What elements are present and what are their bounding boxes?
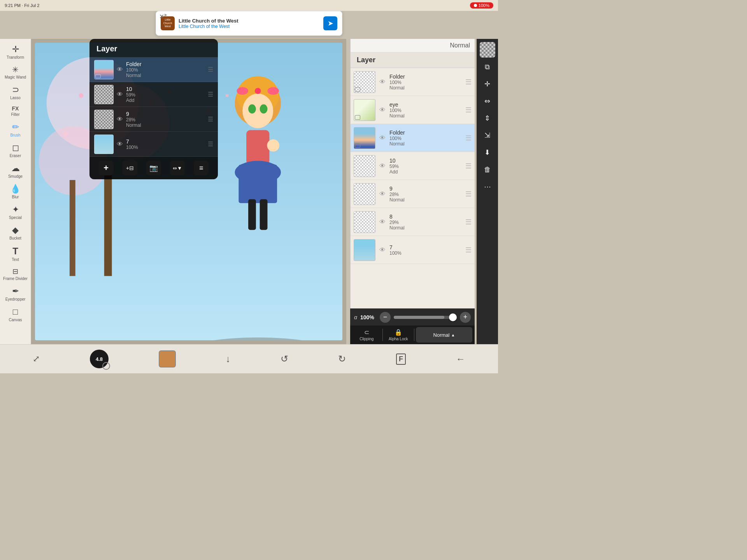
layer-info-9: 9 28% Normal: [389, 186, 463, 203]
undo-button[interactable]: ↺: [281, 354, 288, 364]
tool-canvas[interactable]: □ Canvas: [2, 304, 30, 324]
alpha-thumb[interactable]: [449, 313, 457, 321]
layer-row-10[interactable]: 👁 10 59% Add ☰: [351, 152, 475, 180]
layer-list[interactable]: 👁 Folder 100% Normal ☰ 👁 eye 100% Normal…: [351, 68, 475, 344]
transform-icon: ✛: [12, 44, 19, 54]
layer-row-7[interactable]: 👁 7 100% ☰: [351, 236, 475, 264]
redo-button[interactable]: ↻: [338, 354, 346, 364]
bottom-toolbar: ⤢ 4.8 ↓ ↺ ↻ F ←: [0, 344, 498, 373]
tool-frame-divider[interactable]: ⊟ Frame Divider: [2, 265, 30, 283]
layer-row-folder1[interactable]: 👁 Folder 100% Normal ☰: [351, 68, 475, 96]
layer-row-folder2[interactable]: 👁 Folder 100% Normal ☰: [351, 124, 475, 152]
brush-size-control[interactable]: 4.8: [90, 350, 109, 368]
more-button[interactable]: ⋯: [480, 179, 495, 194]
layer-row-eye[interactable]: 👁 eye 100% Normal ☰: [351, 96, 475, 124]
download-icon: ⬇: [484, 148, 490, 157]
popup-folder-icon-2: [95, 74, 101, 78]
status-time: 9:21 PM · Fri Jul 2: [5, 3, 39, 8]
layer-eye-folder1[interactable]: 👁: [378, 79, 387, 86]
popup-name-10: 10: [126, 86, 205, 92]
checkerboard-button[interactable]: [480, 42, 495, 58]
tool-transform[interactable]: ✛ Transform: [2, 42, 30, 62]
popup-add-button[interactable]: +: [99, 161, 114, 175]
popup-eye-9[interactable]: 👁: [117, 116, 123, 123]
tool-text[interactable]: T Text: [2, 243, 30, 264]
layer-eye-folder2[interactable]: 👁: [378, 135, 387, 142]
popup-row-9[interactable]: 👁 9 28% Normal ☰: [89, 107, 218, 132]
popup-camera-icon: 📷: [146, 161, 161, 175]
layer-row-8[interactable]: 👁 8 29% Normal ☰: [351, 208, 475, 236]
tool-special[interactable]: ✦ Special: [2, 202, 30, 222]
tool-filter[interactable]: FX Filter: [2, 103, 30, 119]
layer-eye-10[interactable]: 👁: [378, 163, 387, 170]
tool-smudge[interactable]: ☁ Smudge: [2, 161, 30, 181]
popup-row-7[interactable]: 👁 7 100% ☰: [89, 132, 218, 157]
trash-button[interactable]: 🗑: [480, 162, 495, 177]
tool-lasso[interactable]: ⊃ Lasso: [2, 82, 30, 102]
transform-bottom-button[interactable]: ⤢: [33, 354, 40, 364]
layer-eye-eye[interactable]: 👁: [378, 107, 387, 114]
flip-v-button[interactable]: ⇕: [480, 110, 495, 126]
layer-eye-9[interactable]: 👁: [378, 191, 387, 198]
popup-flip-button[interactable]: ⇔▼: [170, 161, 185, 175]
alpha-minus-button[interactable]: −: [380, 312, 391, 323]
download-button[interactable]: ⬇: [480, 145, 495, 160]
gallery-button[interactable]: F: [396, 354, 406, 365]
svg-rect-5: [70, 180, 75, 276]
clipping-button[interactable]: ⊂ Clipping: [352, 327, 381, 343]
svg-point-17: [248, 104, 256, 114]
popup-camera-button[interactable]: 📷: [146, 161, 161, 175]
ad-banner[interactable]: ✕ ▶ LittleChurchWest Little Church of th…: [156, 11, 342, 36]
popup-info-7: 7 100%: [126, 138, 205, 150]
move-button[interactable]: ✛: [480, 76, 495, 92]
layer-thumb-10: [354, 155, 375, 177]
flip-h-icon: ⇔: [484, 97, 490, 105]
back-button[interactable]: ←: [456, 354, 465, 364]
popup-opacity-10: 59%: [126, 92, 205, 98]
blend-mode-button[interactable]: Normal ▲: [416, 327, 472, 343]
popup-add-group-button[interactable]: +⊟: [123, 161, 137, 175]
layer-eye-8[interactable]: 👁: [378, 219, 387, 226]
popup-row-folder2[interactable]: 👁 Folder 100% Normal ☰: [89, 57, 218, 82]
popup-eye-7[interactable]: 👁: [117, 141, 123, 148]
ad-close-button[interactable]: ✕: [159, 13, 164, 20]
flip-h-button[interactable]: ⇔: [480, 93, 495, 109]
popup-eye-folder2[interactable]: 👁: [117, 66, 123, 73]
svg-point-20: [267, 87, 279, 95]
layer-eye-7[interactable]: 👁: [378, 247, 387, 254]
lasso-icon: ⊃: [12, 85, 19, 95]
tool-smudge-label: Smudge: [8, 174, 23, 178]
popup-name-7: 7: [126, 138, 205, 145]
popup-eye-10[interactable]: 👁: [117, 91, 123, 98]
tool-eyedropper[interactable]: ✒ Eyedropper: [2, 284, 30, 304]
layer-opacity-10: 59%: [389, 164, 463, 169]
shrink-icon: ⇲: [484, 131, 490, 140]
undo-icon: ↺: [281, 354, 288, 364]
tool-bucket[interactable]: ◆ Bucket: [2, 223, 30, 243]
tool-brush[interactable]: ✏ Brush: [2, 120, 30, 140]
canvas-icon: □: [13, 307, 18, 317]
popup-row-10[interactable]: 👁 10 59% Add ☰: [89, 82, 218, 107]
alpha-slider[interactable]: [394, 316, 457, 319]
alpha-plus-button[interactable]: +: [460, 312, 471, 323]
tool-eraser[interactable]: ◻ Eraser: [2, 140, 30, 160]
layer-opacity-8: 29%: [389, 220, 463, 225]
layer-popup[interactable]: Layer 👁 Folder 100% Normal ☰ 👁 10: [89, 39, 218, 179]
tool-magic-wand[interactable]: ✳ Magic Wand: [2, 63, 30, 82]
shrink-button[interactable]: ⇲: [480, 128, 495, 143]
popup-thumb-wrap-9: [94, 110, 114, 129]
color-swatch[interactable]: [159, 350, 176, 368]
ad-text: Little Church of the West Little Church …: [179, 18, 319, 29]
more-icon: ⋯: [484, 182, 491, 191]
tool-blur[interactable]: 💧 Blur: [2, 182, 30, 201]
layer-row-9[interactable]: 👁 9 28% Normal ☰: [351, 180, 475, 208]
copy-paste-button[interactable]: ⧉: [480, 59, 495, 75]
ad-nav-icon[interactable]: ➤: [323, 16, 337, 30]
tool-special-label: Special: [9, 215, 22, 220]
record-button[interactable]: 100%: [470, 2, 493, 9]
alpha-lock-button[interactable]: 🔒 Alpha Lock: [384, 327, 413, 343]
down-arrow-button[interactable]: ↓: [226, 354, 230, 364]
layer-info-eye: eye 100% Normal: [389, 102, 463, 119]
popup-more-button[interactable]: ≡: [194, 161, 209, 175]
layer-blend-eye: Normal: [389, 113, 463, 119]
